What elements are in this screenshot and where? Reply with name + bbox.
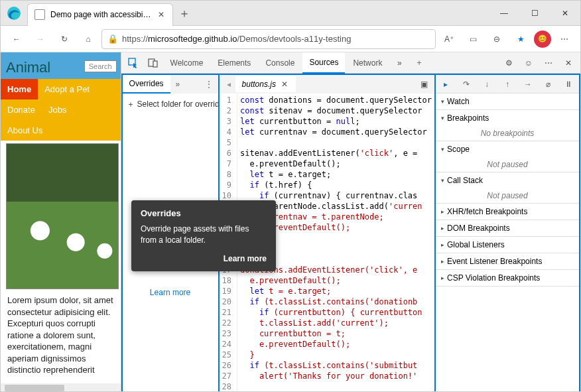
search-input[interactable]: Search	[84, 60, 117, 72]
nav-jobs[interactable]: Jobs	[42, 99, 73, 120]
body-text: Lorem ipsum dolor, sit amet consectetur …	[1, 292, 121, 379]
editor-prev-icon[interactable]: ◂	[222, 80, 235, 89]
step-into-icon[interactable]: ↓	[480, 80, 493, 89]
maximize-button[interactable]: ☐	[519, 1, 550, 26]
favicon-icon	[34, 9, 45, 20]
deactivate-breakpoints-icon[interactable]: ⌀	[542, 80, 555, 89]
home-button[interactable]: ⌂	[78, 29, 99, 50]
settings-icon[interactable]: ⚙	[499, 54, 518, 72]
new-tab-icon[interactable]: ＋	[410, 54, 428, 72]
dbg-section-breakpoints[interactable]: Breakpoints	[436, 110, 579, 126]
tab-elements[interactable]: Elements	[211, 52, 257, 74]
dbg-body: Not paused	[436, 157, 579, 172]
window-controls: ― ☐ ✕	[489, 1, 580, 26]
navigator-more-icon[interactable]: »	[170, 80, 186, 89]
overrides-tab[interactable]: Overrides	[123, 75, 170, 94]
svg-rect-3	[153, 61, 157, 67]
new-tab-button[interactable]: ＋	[178, 5, 190, 21]
site-nav: Home Adopt a Pet Donate Jobs About Us	[1, 79, 121, 141]
window-titlebar: Demo page with accessibility issues ✕ ＋ …	[1, 1, 580, 26]
toggle-navigator-icon[interactable]: ▣	[417, 80, 432, 89]
read-aloud-button[interactable]: A⁺	[438, 29, 460, 50]
file-name: buttons.js	[242, 80, 276, 89]
step-out-icon[interactable]: ↑	[501, 80, 514, 89]
browser-tab[interactable]: Demo page with accessibility issues ✕	[27, 3, 173, 26]
close-window-button[interactable]: ✕	[550, 1, 580, 26]
edge-logo-icon	[6, 5, 22, 21]
debugger-toolbar: ▸ ↷ ↓ ↑ → ⌀ ⏸	[436, 75, 579, 94]
tooltip-title: Overrides	[141, 208, 267, 218]
tab-welcome[interactable]: Welcome	[164, 52, 210, 74]
favorite-button[interactable]: ★	[510, 29, 531, 50]
resume-icon[interactable]: ▸	[439, 80, 452, 89]
tooltip-learn-more[interactable]: Learn more	[141, 254, 267, 263]
settings-menu-button[interactable]: ⋯	[554, 29, 575, 50]
tab-title: Demo page with accessibility issues	[50, 10, 151, 19]
tab-console[interactable]: Console	[259, 52, 301, 74]
device-emulation-icon[interactable]	[144, 54, 162, 72]
tab-sources[interactable]: Sources	[302, 52, 345, 74]
page-content: Animal Search Home Adopt a Pet Donate Jo…	[1, 52, 121, 392]
nav-home[interactable]: Home	[1, 79, 38, 99]
more-tabs-icon[interactable]: »	[390, 54, 409, 72]
nav-adopt[interactable]: Adopt a Pet	[38, 79, 96, 99]
dbg-section-watch[interactable]: Watch	[436, 94, 579, 109]
overrides-tooltip: Overrides Override page assets with file…	[131, 200, 276, 271]
file-tab-close[interactable]: ✕	[280, 80, 289, 89]
step-over-icon[interactable]: ↷	[460, 80, 473, 89]
more-options-icon[interactable]: ⋯	[539, 54, 558, 72]
dbg-section-csp-violation-breakpoints[interactable]: CSP Violation Breakpoints	[436, 270, 579, 286]
inspect-element-icon[interactable]	[124, 54, 143, 72]
site-info-icon[interactable]: 🔒	[107, 34, 118, 44]
tab-close-button[interactable]: ✕	[157, 10, 166, 19]
nav-donate[interactable]: Donate	[1, 99, 42, 120]
refresh-button[interactable]: ↻	[54, 29, 75, 50]
file-tab[interactable]: buttons.js ✕	[235, 76, 296, 92]
dbg-section-global-listeners[interactable]: Global Listeners	[436, 237, 579, 253]
dbg-body: Not paused	[436, 188, 579, 203]
learn-more-link[interactable]: Learn more	[123, 288, 218, 297]
dbg-section-event-listener-breakpoints[interactable]: Event Listener Breakpoints	[436, 253, 579, 269]
tooltip-body: Override page assets with files from a l…	[141, 224, 267, 246]
close-devtools-button[interactable]: ✕	[559, 54, 578, 72]
hero-image	[6, 143, 119, 289]
select-folder-button[interactable]: Select folder for overrides	[123, 94, 218, 115]
feedback-icon[interactable]: ☺	[519, 54, 538, 72]
step-icon[interactable]: →	[521, 80, 535, 89]
zoom-out-button[interactable]: ⊖	[486, 29, 507, 50]
tab-network[interactable]: Network	[346, 52, 389, 74]
url-input[interactable]: 🔒 https://microsoftedge.github.io/Demos/…	[101, 29, 436, 49]
dbg-section-scope[interactable]: Scope	[436, 141, 579, 157]
navigator-options-icon[interactable]: ⋮	[200, 80, 218, 89]
forward-button: →	[30, 29, 51, 50]
dbg-section-xhr-fetch-breakpoints[interactable]: XHR/fetch Breakpoints	[436, 204, 579, 220]
devtools-toolbar: Welcome Elements Console Sources Network…	[121, 52, 580, 74]
site-header: Animal Search	[1, 52, 121, 79]
nav-about[interactable]: About Us	[1, 120, 49, 141]
dbg-section-call-stack[interactable]: Call Stack	[436, 172, 579, 188]
minimize-button[interactable]: ―	[489, 1, 519, 26]
dbg-body: No breakpoints	[436, 126, 579, 141]
dbg-section-dom-breakpoints[interactable]: DOM Breakpoints	[436, 220, 579, 236]
pause-exceptions-icon[interactable]: ⏸	[562, 80, 575, 89]
debugger-panel: ▸ ↷ ↓ ↑ → ⌀ ⏸ WatchBreakpointsNo breakpo…	[436, 75, 580, 392]
profile-avatar[interactable]: 😊	[534, 31, 551, 48]
back-button[interactable]: ←	[6, 29, 27, 50]
address-bar: ← → ↻ ⌂ 🔒 https://microsoftedge.github.i…	[1, 26, 580, 52]
horizontal-scrollbar[interactable]	[1, 383, 121, 392]
reading-mode-button[interactable]: ▭	[462, 29, 484, 50]
